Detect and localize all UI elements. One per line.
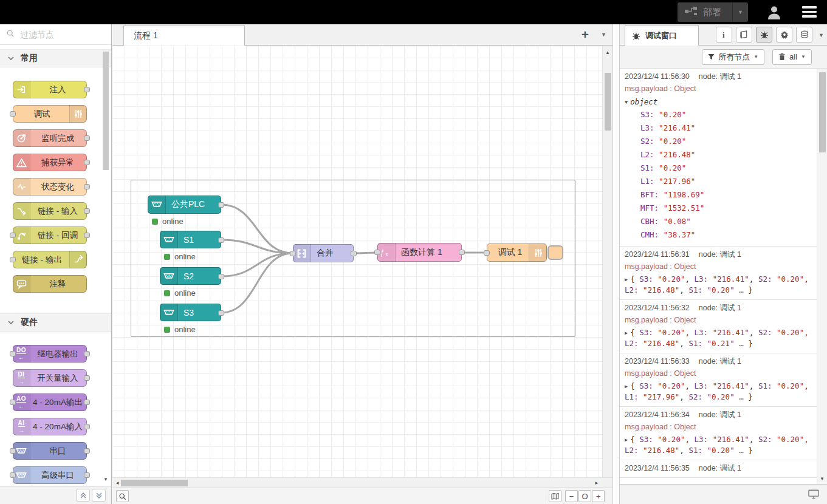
- node-debug[interactable]: 调试 1: [487, 243, 547, 262]
- scroll-right-arrow[interactable]: ►: [594, 480, 599, 486]
- navigator-button[interactable]: [549, 490, 561, 502]
- scroll-down-arrow[interactable]: ▼: [817, 476, 827, 482]
- canvas-horizontal-scrollbar[interactable]: ◄ ►: [112, 477, 613, 488]
- debug-enable-toggle[interactable]: [547, 245, 563, 260]
- flow-tab[interactable]: 流程 1: [123, 25, 245, 46]
- object-expander[interactable]: ▼object: [625, 96, 813, 108]
- node-input-port[interactable]: [374, 250, 380, 255]
- palette-category-common[interactable]: 常用: [0, 49, 111, 67]
- debug-filter-button[interactable]: 所有节点 ▼: [702, 49, 764, 65]
- node-public-plc[interactable]: 公共PLC online: [148, 196, 221, 214]
- node-output-port[interactable]: [218, 237, 224, 243]
- palette-node-链接 - 输入[interactable]: 链接 - 输入: [13, 202, 87, 220]
- debug-message[interactable]: 2023/12/4 11:56:30node: 调试 1msg.payload …: [620, 69, 817, 247]
- node-output-port[interactable]: [218, 274, 224, 279]
- debug-message[interactable]: 2023/12/4 11:56:32node: 调试 1msg.payload …: [620, 300, 817, 353]
- debug-message[interactable]: 2023/12/4 11:56:34node: 调试 1msg.payload …: [620, 407, 817, 460]
- node-input-port[interactable]: [10, 233, 16, 238]
- context-data-tab-button[interactable]: [796, 27, 812, 43]
- node-output-port[interactable]: [84, 351, 90, 356]
- expand-all-categories-button[interactable]: [92, 489, 106, 502]
- palette-node-继电器输出[interactable]: DO←继电器输出: [13, 345, 87, 363]
- node-s3[interactable]: S3 online: [160, 304, 221, 321]
- debug-message[interactable]: 2023/12/4 11:56:35node: 调试 1: [620, 460, 817, 478]
- sidebar-splitter[interactable]: [613, 24, 620, 504]
- open-debug-window-button[interactable]: [806, 488, 822, 501]
- node-input-port[interactable]: [484, 250, 490, 256]
- canvas-vertical-scrollbar[interactable]: ▲: [602, 46, 613, 477]
- node-output-port[interactable]: [84, 400, 90, 405]
- config-nodes-tab-button[interactable]: [776, 27, 792, 43]
- debug-message[interactable]: 2023/12/4 11:56:33node: 调试 1msg.payload …: [620, 353, 817, 407]
- node-output-port[interactable]: [218, 310, 224, 316]
- node-input-port[interactable]: [10, 111, 16, 117]
- node-output-port[interactable]: [84, 375, 90, 381]
- node-output-port[interactable]: [84, 87, 90, 92]
- canvas-search-button[interactable]: [116, 490, 129, 502]
- node-output-port[interactable]: [84, 472, 90, 478]
- debug-clear-button[interactable]: all ▼: [772, 49, 812, 65]
- scroll-left-arrow[interactable]: ◄: [115, 480, 120, 486]
- palette-node-状态变化[interactable]: 状态变化: [13, 178, 87, 196]
- node-function[interactable]: fx 函数计算 1: [377, 243, 462, 262]
- message-payload-preview[interactable]: ▶{ S3: "0.20", L3: "216.41", S2: "0.20",…: [625, 434, 813, 455]
- deploy-button[interactable]: 部署 ▼: [678, 2, 748, 22]
- palette-search[interactable]: [0, 24, 111, 45]
- palette-node-注入[interactable]: 注入: [13, 81, 87, 98]
- canvas-vscroll-thumb[interactable]: [605, 73, 611, 131]
- palette-node-串口[interactable]: 串口: [13, 442, 87, 460]
- message-payload-preview[interactable]: ▶{ S3: "0.20", L3: "216.41", S2: "0.20",…: [625, 274, 813, 295]
- palette-node-4 - 20mA输入[interactable]: AI→4 - 20mA输入: [13, 418, 87, 435]
- palette-node-4 - 20mA输出[interactable]: AO←4 - 20mA输出: [13, 393, 87, 411]
- deploy-options-caret[interactable]: ▼: [732, 2, 748, 22]
- main-menu-button[interactable]: [802, 6, 817, 18]
- message-payload-preview[interactable]: ▶{ S3: "0.20", L3: "216.41", S2: "0.20",…: [625, 327, 813, 349]
- collapse-all-categories-button[interactable]: [76, 489, 90, 502]
- palette-category-hardware[interactable]: 硬件: [0, 313, 111, 332]
- palette-node-链接 - 输出[interactable]: 链接 - 输出: [13, 251, 87, 268]
- node-output-port[interactable]: [459, 250, 465, 255]
- node-output-port[interactable]: [84, 184, 90, 189]
- message-payload-preview[interactable]: ▶{ S3: "0.20", L3: "216.41", S1: "0.20",…: [625, 381, 813, 402]
- palette-filter-input[interactable]: [19, 29, 92, 40]
- node-input-port[interactable]: [290, 251, 296, 256]
- palette-node-开关量输入[interactable]: DI→开关量输入: [13, 369, 87, 387]
- node-output-port[interactable]: [84, 424, 90, 429]
- debug-scrollbar-thumb[interactable]: [819, 72, 826, 152]
- zoom-reset-button[interactable]: O: [578, 490, 591, 502]
- node-output-port[interactable]: [84, 208, 90, 214]
- node-output-port[interactable]: [84, 135, 90, 141]
- debug-message-list[interactable]: 2023/12/4 11:56:30node: 调试 1msg.payload …: [620, 69, 817, 484]
- node-input-port[interactable]: [10, 351, 16, 356]
- palette-scroll-down-arrow[interactable]: ▼: [103, 477, 108, 482]
- canvas-hscroll-thumb[interactable]: [121, 480, 188, 486]
- node-input-port[interactable]: [10, 400, 16, 405]
- wire[interactable]: [221, 253, 293, 276]
- node-s1[interactable]: S1 online: [160, 231, 221, 248]
- flow-canvas[interactable]: 公共PLC online S1 online: [112, 46, 613, 477]
- palette-node-高级串口[interactable]: 高级串口: [13, 466, 87, 484]
- node-output-port[interactable]: [351, 251, 357, 256]
- node-merge[interactable]: 合并: [293, 244, 354, 262]
- node-input-port[interactable]: [10, 257, 16, 262]
- palette-node-监听完成[interactable]: 监听完成: [13, 129, 87, 147]
- user-button[interactable]: [766, 4, 782, 20]
- tab-debug-window[interactable]: 调试窗口: [625, 25, 699, 46]
- palette-node-调试[interactable]: 调试: [13, 105, 87, 123]
- node-output-port[interactable]: [218, 202, 224, 208]
- sidebar-options-caret[interactable]: ▼: [818, 32, 824, 38]
- node-input-port[interactable]: [10, 472, 16, 478]
- node-s2[interactable]: S2 online: [160, 267, 221, 285]
- help-tab-button[interactable]: [736, 27, 752, 43]
- palette-node-捕获异常[interactable]: 捕获异常: [13, 154, 87, 171]
- node-output-port[interactable]: [84, 160, 90, 165]
- deploy-button-main[interactable]: 部署: [678, 2, 732, 22]
- node-input-port[interactable]: [10, 448, 16, 454]
- debug-message[interactable]: 2023/12/4 11:56:31node: 调试 1msg.payload …: [620, 247, 817, 300]
- palette-scrollbar-thumb[interactable]: [103, 52, 109, 170]
- info-tab-button[interactable]: i: [716, 27, 732, 43]
- zoom-out-button[interactable]: −: [565, 490, 578, 502]
- node-output-port[interactable]: [84, 448, 90, 454]
- scroll-up-arrow[interactable]: ▲: [603, 50, 613, 55]
- wire[interactable]: [221, 253, 293, 313]
